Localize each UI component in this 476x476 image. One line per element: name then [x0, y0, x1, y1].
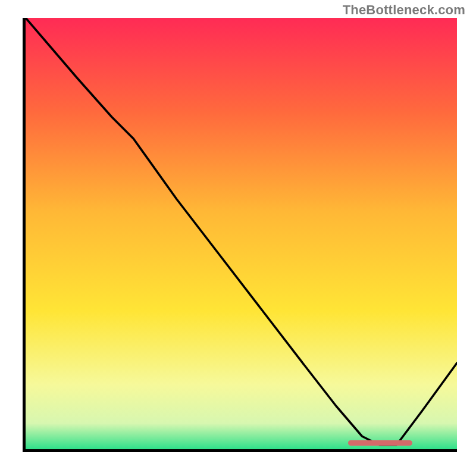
watermark-text: TheBottleneck.com	[343, 2, 465, 18]
optimal-range-marker	[348, 440, 413, 446]
gradient-background	[26, 18, 457, 449]
chart-container: TheBottleneck.com	[0, 0, 476, 476]
plot-area	[23, 18, 457, 452]
plot-svg	[26, 18, 457, 449]
